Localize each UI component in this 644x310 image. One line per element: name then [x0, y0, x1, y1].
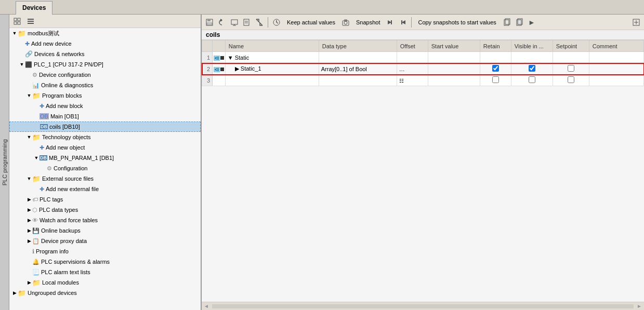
snapshot-btn[interactable]: Snapshot [352, 17, 384, 28]
data-table[interactable]: Name Data type Offset Start value Retain… [202, 40, 644, 302]
copy-to-btn-1[interactable] [501, 17, 512, 28]
monitor-icon [230, 18, 239, 26]
col-offset: Offset [397, 41, 428, 52]
tree-item-add-object[interactable]: ✚ Add new object [9, 142, 201, 153]
expand-btn-ext-source[interactable]: ▼ [26, 176, 32, 182]
actual-values-btn-icon[interactable] [271, 17, 282, 28]
copy-icon-1 [503, 18, 511, 26]
row-setpoint-1[interactable] [553, 52, 589, 63]
devices-tab[interactable]: Devices [16, 1, 52, 15]
checkbox-visible-2[interactable] [529, 65, 535, 72]
copy-to-btn-2[interactable] [514, 17, 525, 28]
icon-plc-tags: 🏷 [32, 196, 38, 203]
tree-item-add-device[interactable]: ✚ Add new device [9, 38, 201, 49]
tree-item-main-ob1[interactable]: OB Main [OB1] [9, 111, 201, 122]
row-setpoint-3[interactable] [553, 75, 589, 86]
row-visible-1[interactable] [511, 52, 553, 63]
checkbox-setpoint-2[interactable] [568, 65, 574, 72]
expand-btn-mb-param[interactable]: ▼ [33, 155, 40, 161]
db-title: coils [206, 31, 220, 38]
tree-item-dev-config[interactable]: ⚙ Device configuration [9, 70, 201, 80]
tree-item-add-block[interactable]: ✚ Add new block [9, 101, 201, 111]
tree-item-ungrouped[interactable]: ▶ 📁 Ungrouped devices [9, 288, 201, 298]
expand-btn-plc-data[interactable]: ▶ [26, 207, 32, 213]
expand-btn-watch-force[interactable]: ▶ [26, 217, 32, 223]
toolbar-sep-1 [268, 17, 268, 28]
plc-programming-label: PLC programming [0, 15, 9, 310]
copy-snapshots-btn[interactable]: Copy snapshots to start values [414, 17, 500, 28]
tree-scroll[interactable]: ▼ 📁 modbus测试 ✚ Add new device 🔗 Devices … [9, 28, 201, 310]
copy-icon-btn-1[interactable] [385, 17, 396, 28]
refresh-icon [218, 18, 226, 26]
expand-btn-device-proxy[interactable]: ▶ [26, 238, 32, 244]
row-visible-2[interactable] [511, 63, 553, 75]
row-offset-2: … [397, 63, 428, 75]
label-add-ext: Add new external file [46, 186, 99, 192]
tree-item-plc1[interactable]: ▼ ⬛ PLC_1 [CPU 317-2 PN/DP] [9, 59, 201, 70]
tree-item-configuration[interactable]: ⚙ Configuration [9, 163, 201, 173]
checkbox-retain-3[interactable] [492, 76, 499, 83]
row-name-2[interactable]: ▶ Static_1 [225, 63, 319, 75]
row-retain-3[interactable] [480, 75, 511, 86]
toolbar-btn-2[interactable] [216, 17, 228, 28]
tree-item-device-proxy[interactable]: ▶ 📋 Device proxy data [9, 236, 201, 246]
tree-item-online-backup[interactable]: ▶ 💾 Online backups [9, 225, 201, 236]
label-plc-super: PLC supervisions & alarms [41, 259, 110, 265]
bottom-scrollbar[interactable]: ◄ ► [202, 302, 644, 310]
row-visible-3[interactable] [511, 75, 553, 86]
tree-item-mb-param[interactable]: ▼ DB MB_PN_PARAM_1 [DB1] [9, 153, 201, 163]
tree-item-plc-super[interactable]: 🔔 PLC supervisions & alarms [9, 257, 201, 267]
svg-rect-4 [28, 19, 34, 20]
tree-item-prog-info[interactable]: ℹ Program info [9, 246, 201, 257]
expand-btn-ungrouped[interactable]: ▶ [11, 290, 18, 296]
icon-add-device: ✚ [25, 41, 30, 47]
row-setpoint-2[interactable] [553, 63, 589, 75]
tree-item-tech-objects[interactable]: ▼ 📁 Technology objects [9, 132, 201, 142]
label-coils-db10: coils [DB10] [49, 124, 80, 130]
snapshot-icon-btn[interactable] [340, 17, 351, 28]
tree-item-online-diag[interactable]: 📊 Online & diagnostics [9, 80, 201, 90]
expand-btn-online-backup[interactable]: ▶ [26, 227, 32, 234]
tree-item-plc-data[interactable]: ▶ ⬡ PLC data types [9, 205, 201, 215]
label-plc-alarm: PLC alarm text lists [41, 269, 90, 275]
tab-label: Devices [22, 4, 46, 11]
tree-item-plc-alarm[interactable]: 📃 PLC alarm text lists [9, 267, 201, 277]
expand-btn-plc1[interactable]: ▼ [19, 61, 25, 68]
expand-btn-modbus[interactable]: ▼ [11, 30, 18, 36]
toolbar-btn-5[interactable] [254, 17, 265, 28]
row-name-3[interactable] [225, 75, 319, 86]
pin-btn[interactable] [630, 17, 642, 28]
tree-item-watch-force[interactable]: ▶ 👁 Watch and force tables [9, 215, 201, 225]
svg-rect-3 [18, 22, 20, 24]
copy-icon-btn-2[interactable] [397, 17, 409, 28]
checkbox-setpoint-3[interactable] [568, 76, 574, 83]
toolbar-btn-1[interactable] [204, 17, 215, 28]
tree-item-plc-tags[interactable]: ▶ 🏷 PLC tags [9, 194, 201, 205]
row-retain-1[interactable] [480, 52, 511, 63]
keep-actual-values-btn[interactable]: Keep actual values [283, 17, 339, 28]
tree-item-prog-blocks[interactable]: ▼ 📁 Program blocks [9, 90, 201, 101]
tree-item-add-ext[interactable]: ✚ Add new external file [9, 184, 201, 194]
list-view-btn[interactable] [25, 16, 36, 27]
tree-item-ext-source[interactable]: ▼ 📁 External source files [9, 173, 201, 184]
tree-item-dev-networks[interactable]: 🔗 Devices & networks [9, 49, 201, 59]
tree-item-modbus[interactable]: ▼ 📁 modbus测试 [9, 28, 201, 38]
row-retain-2[interactable] [480, 63, 511, 75]
expand-btn-tech-objects[interactable]: ▼ [26, 134, 32, 140]
expand-btn-plc-tags[interactable]: ▶ [26, 196, 32, 203]
svg-rect-6 [28, 23, 34, 24]
expand-btn-prog-blocks[interactable]: ▼ [26, 92, 32, 99]
more-btn[interactable]: ► [526, 17, 537, 28]
checkbox-visible-3[interactable] [529, 76, 535, 83]
row-comment-3 [589, 75, 643, 86]
icon-tech-objects: 📁 [32, 133, 41, 141]
tree-item-local-modules[interactable]: ▶ 📁 Local modules [9, 277, 201, 288]
tree-item-coils-db10[interactable]: DB coils [DB10] [9, 122, 201, 132]
toolbar-btn-3[interactable] [229, 17, 240, 28]
icon-plc-alarm: 📃 [32, 269, 40, 276]
expand-btn-local-modules[interactable]: ▶ [26, 279, 32, 286]
row-name-1[interactable]: ▼ Static [225, 52, 319, 63]
checkbox-retain-2[interactable] [492, 65, 499, 72]
grid-view-btn[interactable] [11, 16, 23, 27]
toolbar-btn-4[interactable] [241, 17, 253, 28]
